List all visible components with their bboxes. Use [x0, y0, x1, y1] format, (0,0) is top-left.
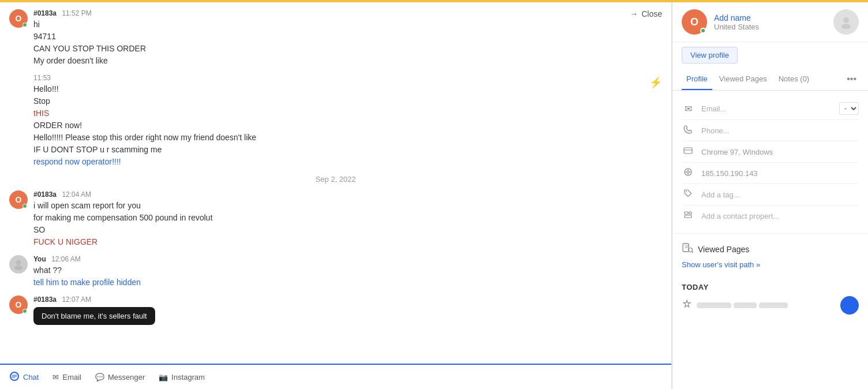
tag-icon	[682, 189, 694, 200]
toolbar-email[interactable]: ✉ Email	[52, 373, 81, 381]
message-line: i will open scam report for you	[33, 200, 662, 212]
online-indicator	[22, 23, 27, 27]
sidebar-avatar-placeholder	[833, 9, 859, 35]
svg-rect-6	[684, 148, 692, 154]
message-time: 12:06 AM	[51, 255, 81, 263]
message-line: FUCK U NIGGER	[33, 236, 662, 248]
tag-field-row: Add a tag...	[682, 184, 859, 205]
visitor-avatar: O	[9, 296, 28, 314]
tab-profile[interactable]: Profile	[682, 69, 712, 90]
message-group: You 12:06 AM what ?? tell him to make pr…	[9, 255, 662, 289]
svg-point-4	[843, 17, 849, 23]
viewed-pages-title: Viewed Pages	[698, 245, 749, 254]
message-group: O #0183a 12:07 AM Don't blame me, it's s…	[9, 296, 662, 325]
visit-path-link[interactable]: Show user's visit path »	[682, 260, 760, 269]
email-placeholder[interactable]: Email...	[701, 104, 837, 113]
sidebar-user-avatar: O	[682, 9, 707, 35]
message-time: 11:53	[33, 74, 51, 82]
email-dropdown[interactable]: -	[839, 102, 859, 115]
viewed-pages-icon	[682, 242, 693, 256]
toolbar-chat[interactable]: Chat	[9, 371, 39, 383]
sender-name: #0183a	[33, 9, 57, 17]
property-value[interactable]: Add a contact propert...	[701, 212, 859, 220]
tooltip-text: Don't blame me, it's sellers fault	[42, 312, 147, 320]
message-group: O #0183a 12:04 AM i will open scam repor…	[9, 190, 662, 248]
message-line: Hello!!!!! Please stop this order right …	[33, 132, 644, 144]
sidebar-user-info: Add name United States	[714, 13, 826, 31]
user-circle-avatar	[840, 296, 859, 315]
sidebar-online-dot	[700, 28, 706, 33]
agent-avatar	[9, 255, 28, 274]
tag-value[interactable]: Add a tag...	[701, 190, 859, 199]
today-bars	[697, 302, 836, 308]
profile-section: ✉ Email... - Phone... Chrome 97, W	[672, 91, 868, 233]
browser-field-row: Chrome 97, Windows	[682, 141, 859, 163]
bottom-toolbar: Chat ✉ Email 💬 Messenger 📷 Instagram	[0, 364, 671, 389]
message-content: #0183a 12:07 AM Don't blame me, it's sel…	[33, 296, 662, 325]
svg-rect-15	[685, 212, 688, 214]
message-line: Stop	[33, 95, 644, 107]
sidebar-user-section: O Add name United States	[672, 2, 868, 42]
chat-icon	[9, 371, 20, 383]
message-time: 12:07 AM	[62, 296, 91, 304]
svg-point-9	[687, 171, 689, 173]
message-line: for making me compensation 500 pound in …	[33, 212, 662, 224]
message-meta: 11:53	[33, 74, 644, 82]
view-profile-section: View profile	[672, 42, 868, 68]
email-icon: ✉	[682, 103, 694, 114]
svg-point-14	[686, 191, 687, 192]
svg-point-1	[14, 265, 22, 270]
view-profile-button[interactable]: View profile	[682, 47, 738, 63]
message-content: You 12:06 AM what ?? tell him to make pr…	[33, 255, 662, 289]
toolbar-instagram[interactable]: 📷 Instagram	[159, 373, 205, 381]
viewed-pages-section: Viewed Pages Show user's visit path »	[672, 233, 868, 276]
message-meta: #0183a 11:52 PM	[33, 9, 624, 17]
today-row	[682, 296, 859, 315]
online-indicator	[22, 204, 27, 208]
date-divider: Sep 2, 2022	[9, 175, 662, 184]
toolbar-messenger[interactable]: 💬 Messenger	[95, 373, 145, 381]
email-field-row: ✉ Email... -	[682, 98, 859, 120]
email-icon: ✉	[52, 373, 59, 381]
svg-point-0	[16, 260, 21, 265]
message-line: tell him to make profile hidden	[33, 276, 662, 289]
sender-name: #0183a	[33, 190, 57, 199]
messenger-icon: 💬	[95, 373, 104, 381]
sidebar-tabs: Profile Viewed Pages Notes (0) •••	[672, 68, 868, 91]
message-line: tHIS	[33, 107, 644, 119]
close-button[interactable]: → Close	[630, 9, 662, 18]
toolbar-instagram-label: Instagram	[171, 373, 205, 381]
message-meta: #0183a 12:04 AM	[33, 190, 662, 199]
tab-notes[interactable]: Notes (0)	[774, 69, 814, 90]
lightning-button[interactable]: ⚡	[649, 76, 662, 89]
sidebar-user-name[interactable]: Add name	[714, 13, 826, 23]
svg-rect-16	[685, 215, 692, 218]
message-line: SO	[33, 224, 662, 236]
message-line: IF U DONT STOP u r scamming me	[33, 144, 644, 156]
message-time: 11:52 PM	[62, 9, 91, 17]
bar-3	[759, 302, 788, 308]
message-line: My order doesn't like	[33, 55, 624, 67]
property-field-row: Add a contact propert...	[682, 205, 859, 226]
sidebar: O Add name United States View profile Pr…	[672, 2, 868, 389]
viewed-pages-header: Viewed Pages	[682, 242, 859, 256]
message-content: #0183a 11:52 PM hi 94711 CAN YOU STOP TH…	[33, 9, 624, 67]
online-indicator	[22, 309, 27, 313]
message-group: O #0183a 11:52 PM hi 94711 CAN YOU STOP …	[9, 9, 662, 67]
phone-field-row: Phone...	[682, 120, 859, 141]
arrow-icon: →	[630, 9, 638, 18]
ip-value: 185.150.190.143	[701, 169, 859, 178]
message-meta: #0183a 12:07 AM	[33, 296, 662, 304]
tab-more-button[interactable]: •••	[844, 68, 859, 90]
svg-rect-17	[689, 212, 692, 214]
today-icon	[682, 299, 692, 312]
phone-icon	[682, 125, 694, 136]
bar-2	[734, 302, 757, 308]
message-meta: You 12:06 AM	[33, 255, 662, 263]
message-line: what ??	[33, 264, 662, 276]
tooltip-bubble: Don't blame me, it's sellers fault	[33, 307, 155, 325]
toolbar-messenger-label: Messenger	[108, 373, 145, 381]
phone-value[interactable]: Phone...	[701, 126, 859, 135]
tab-viewed-pages[interactable]: Viewed Pages	[715, 69, 772, 90]
bar-1	[697, 302, 731, 308]
